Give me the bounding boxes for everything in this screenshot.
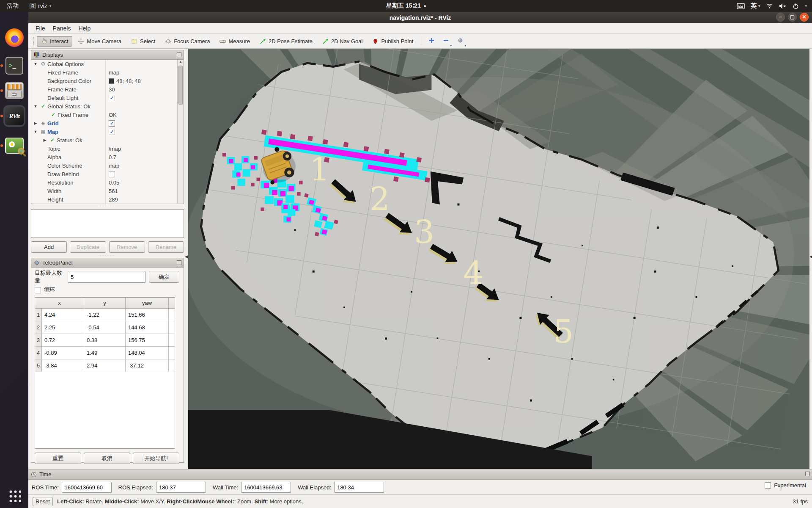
column-header-yaw[interactable]: yaw: [126, 298, 169, 308]
displays-panel-header[interactable]: Displays: [31, 50, 184, 60]
tree-row-global-status-ok[interactable]: ▼✓Global Status: Ok: [31, 102, 184, 110]
property-value[interactable]: OK: [106, 112, 184, 118]
tree-row-grid[interactable]: ▶◈Grid✓: [31, 119, 184, 127]
goal-cell-y[interactable]: -1.22: [84, 309, 126, 321]
tool-interact[interactable]: Interact: [37, 36, 72, 47]
goal-cell-yaw[interactable]: 151.66: [126, 309, 169, 321]
remove-button[interactable]: Remove: [109, 241, 145, 253]
property-value[interactable]: map: [106, 69, 184, 76]
dock-item-image-viewer[interactable]: [4, 135, 25, 156]
checkbox[interactable]: [765, 482, 771, 489]
time-field-input[interactable]: [62, 482, 112, 493]
goal-cell-x[interactable]: 2.25: [42, 321, 84, 334]
goal-row-4[interactable]: 4-0.891.49148.04: [35, 347, 175, 359]
goal-cell-x[interactable]: 4.24: [42, 309, 84, 321]
goal-cell-x[interactable]: 0.72: [42, 334, 84, 346]
tree-row-fixed-frame[interactable]: Fixed Framemap: [31, 68, 184, 77]
goal-cell-y[interactable]: 0.38: [84, 334, 126, 346]
checkbox[interactable]: [109, 171, 115, 177]
property-value[interactable]: ✓: [106, 129, 184, 135]
goal-cell-y[interactable]: 2.94: [84, 359, 126, 372]
tool-focus-camera[interactable]: Focus Camera: [161, 36, 214, 47]
dock-item-archive-manager[interactable]: [4, 80, 25, 101]
property-value[interactable]: /map: [106, 146, 184, 152]
tree-row-background-color[interactable]: Background Color48; 48; 48: [31, 77, 184, 85]
menu-item-help[interactable]: Help: [74, 23, 94, 33]
teleop-panel-header[interactable]: TeleopPanel: [31, 258, 184, 268]
show-applications-button[interactable]: [8, 489, 21, 502]
tree-row-fixed-frame[interactable]: ✓Fixed FrameOK: [31, 110, 184, 119]
property-value[interactable]: [106, 171, 184, 177]
goal-row-1[interactable]: 14.24-1.22151.66: [35, 309, 175, 321]
goal-cell-yaw[interactable]: 144.68: [126, 321, 169, 334]
close-button[interactable]: ✕: [800, 13, 809, 22]
tree-row-width[interactable]: Width561: [31, 187, 184, 195]
app-menu[interactable]: R rviz ▾: [25, 0, 55, 12]
tree-row-alpha[interactable]: Alpha0.7: [31, 153, 184, 161]
property-value[interactable]: 561: [106, 188, 184, 194]
tree-row-resolution[interactable]: Resolution0.05: [31, 178, 184, 187]
tool-measure[interactable]: Measure: [215, 36, 254, 47]
property-value[interactable]: 48; 48; 48: [106, 78, 184, 84]
property-value[interactable]: 289: [106, 196, 184, 203]
splitter-handle[interactable]: ······: [31, 205, 184, 208]
tree-row-height[interactable]: Height289: [31, 195, 184, 204]
goal-cell-y[interactable]: 1.49: [84, 347, 126, 359]
tree-row-topic[interactable]: Topic/map: [31, 144, 184, 153]
dock-item-firefox[interactable]: [4, 27, 25, 48]
property-value[interactable]: 30: [106, 86, 184, 93]
add-button[interactable]: Add: [31, 241, 67, 253]
duplicate-button[interactable]: Duplicate: [70, 241, 106, 253]
time-panel-header[interactable]: Time: [28, 469, 812, 480]
tree-row-frame-rate[interactable]: Frame Rate30: [31, 85, 184, 94]
confirm-button[interactable]: 确定: [149, 271, 179, 283]
tool-2d-nav-goal[interactable]: 2D Nav Goal: [318, 36, 367, 47]
power-icon[interactable]: [793, 3, 799, 9]
checkbox[interactable]: ✓: [109, 129, 115, 135]
loop-checkbox[interactable]: [35, 287, 41, 293]
time-field-input[interactable]: [241, 482, 291, 493]
collapse-icon[interactable]: ▼: [32, 62, 39, 66]
chevron-down-icon[interactable]: ▾: [805, 4, 807, 8]
panel-splitter[interactable]: ◀: [185, 49, 188, 469]
tree-row-draw-behind[interactable]: Draw Behind: [31, 170, 184, 178]
property-value[interactable]: 0.05: [106, 179, 184, 186]
goals-table[interactable]: xyyaw 14.24-1.22151.6622.25-0.54144.6830…: [35, 297, 175, 449]
float-panel-button[interactable]: [805, 472, 810, 476]
tool-publish-point[interactable]: Publish Point: [368, 36, 417, 47]
scrollbar-thumb[interactable]: [178, 66, 183, 105]
menu-item-file[interactable]: File: [32, 23, 49, 33]
reset-goals-button[interactable]: 重置: [35, 453, 81, 464]
property-value[interactable]: ✓: [106, 95, 184, 101]
checkbox[interactable]: ✓: [109, 95, 115, 101]
wifi-icon[interactable]: [766, 3, 773, 9]
tool-select[interactable]: Select: [127, 36, 159, 47]
collapse-icon[interactable]: ▼: [32, 130, 39, 134]
tree-scrollbar[interactable]: ▲: [177, 60, 184, 204]
tool-2d-pose-estimate[interactable]: 2D Pose Estimate: [255, 36, 317, 47]
dock-item-rviz[interactable]: RViz: [4, 105, 25, 127]
goal-row-5[interactable]: 5-3.842.94-37.12: [35, 359, 175, 372]
start-navigation-button[interactable]: 开始导航!: [133, 453, 179, 464]
expand-icon[interactable]: ▶: [41, 138, 48, 142]
time-field-input[interactable]: [334, 482, 384, 493]
clock[interactable]: 星期五 15∶21: [386, 2, 426, 10]
tree-row-map[interactable]: ▼▦Map✓: [31, 127, 184, 136]
goal-cell-yaw[interactable]: -37.12: [126, 359, 169, 372]
plus-button[interactable]: [426, 36, 436, 46]
3d-viewport[interactable]: 12345: [188, 49, 809, 469]
goal-cell-x[interactable]: -0.89: [42, 347, 84, 359]
splitter-handle[interactable]: ······: [31, 254, 184, 258]
orbit-button[interactable]: ▾: [455, 36, 465, 46]
tree-row-color-scheme[interactable]: Color Schememap: [31, 161, 184, 170]
property-value[interactable]: ✓: [106, 120, 184, 127]
menu-item-panels[interactable]: Panels: [49, 23, 75, 33]
collapse-left-icon[interactable]: ◀: [185, 254, 188, 259]
minus-button[interactable]: ▾: [441, 36, 451, 46]
input-method-indicator[interactable]: 英 ▾: [751, 2, 760, 10]
goal-cell-x[interactable]: -3.84: [42, 359, 84, 372]
volume-muted-icon[interactable]: [779, 3, 787, 9]
float-panel-button[interactable]: [177, 52, 181, 57]
reset-time-button[interactable]: Reset: [33, 497, 53, 506]
activities-button[interactable]: 活动: [0, 0, 25, 12]
